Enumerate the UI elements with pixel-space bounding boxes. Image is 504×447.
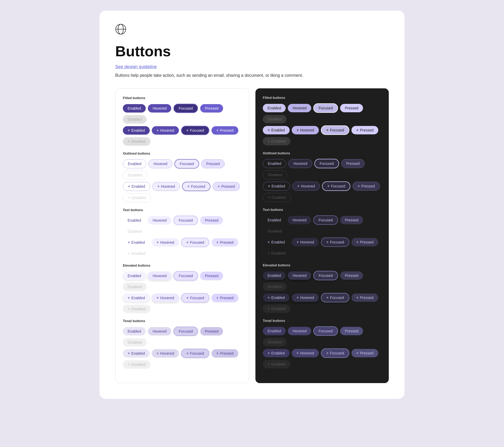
light-elevated-section: Elevated buttons Enabled Hovered Focused… <box>123 263 241 313</box>
dark-text-hovered[interactable]: Hovered <box>288 216 311 224</box>
dark-text-disabled: Disabled <box>263 227 286 235</box>
light-filled-row2: + Enabled + Hovered + Focused + Pressed … <box>123 126 241 146</box>
dark-elevated-pressed[interactable]: Pressed <box>340 271 363 280</box>
light-text-plus-enabled[interactable]: + Enabled <box>123 238 150 247</box>
light-elevated-plus-hovered[interactable]: + Hovered <box>152 294 179 302</box>
light-tonal-plus-hovered[interactable]: + Hovered <box>152 349 179 358</box>
dark-outlined-plus-hovered[interactable]: + Hovered <box>292 182 320 191</box>
dark-tonal-plus-pressed[interactable]: + Pressed <box>351 349 378 357</box>
dark-outlined-plus-focused[interactable]: + Focused <box>322 181 350 191</box>
dark-outlined-hovered[interactable]: Hovered <box>288 159 312 168</box>
dark-tonal-plus-hovered[interactable]: + Hovered <box>292 349 319 357</box>
dark-text-plus-enabled[interactable]: + Enabled <box>263 238 290 246</box>
light-elevated-pressed[interactable]: Pressed <box>200 272 223 280</box>
dark-elevated-enabled[interactable]: Enabled <box>263 271 286 280</box>
light-tonal-plus-pressed[interactable]: + Pressed <box>211 349 238 358</box>
light-outlined-hovered[interactable]: Hovered <box>148 159 172 168</box>
light-elevated-plus-pressed[interactable]: + Pressed <box>211 294 238 302</box>
light-filled-focused[interactable]: Focused <box>173 104 198 113</box>
dark-elevated-plus-disabled: + Disabled <box>263 304 290 313</box>
dark-filled-disabled: Disabled <box>263 115 286 123</box>
light-text-plus-focused[interactable]: + Focused <box>181 238 209 247</box>
light-filled-pressed[interactable]: Pressed <box>200 104 223 113</box>
dark-elevated-plus-pressed[interactable]: + Pressed <box>351 293 378 302</box>
dark-text-focused[interactable]: Focused <box>313 215 338 225</box>
dark-text-plus-pressed[interactable]: + Pressed <box>351 238 378 246</box>
light-elevated-hovered[interactable]: Hovered <box>148 272 171 280</box>
dark-filled-focused[interactable]: Focused <box>313 103 338 113</box>
dark-text-label: Text buttons <box>263 208 381 212</box>
dark-elevated-disabled: Disabled <box>263 282 286 291</box>
dark-filled-plus-enabled[interactable]: + Enabled <box>263 126 290 134</box>
light-outlined-plus-focused[interactable]: + Focused <box>182 182 210 191</box>
dark-elevated-plus-hovered[interactable]: + Hovered <box>292 293 319 302</box>
dark-outlined-enabled[interactable]: Enabled <box>263 159 286 168</box>
dark-tonal-plus-enabled[interactable]: + Enabled <box>263 349 290 357</box>
dark-text-plus-focused[interactable]: + Focused <box>321 237 349 247</box>
dark-text-enabled[interactable]: Enabled <box>263 216 286 224</box>
dark-filled-plus-focused[interactable]: + Focused <box>321 125 349 135</box>
dark-filled-plus-disabled: + Disabled <box>263 137 290 145</box>
light-outlined-plus-pressed[interactable]: + Pressed <box>213 182 240 191</box>
light-filled-plus-focused[interactable]: + Focused <box>181 126 209 135</box>
light-elevated-focused[interactable]: Focused <box>173 271 198 281</box>
light-outlined-plus-hovered[interactable]: + Hovered <box>152 182 180 191</box>
dark-tonal-row1: Enabled Hovered Focused Pressed Disabled <box>263 326 381 346</box>
light-outlined-plus-enabled[interactable]: + Enabled <box>123 182 150 191</box>
light-text-plus-hovered[interactable]: + Hovered <box>152 238 179 247</box>
light-elevated-plus-enabled[interactable]: + Enabled <box>123 294 150 302</box>
dark-elevated-hovered[interactable]: Hovered <box>288 271 311 280</box>
dark-filled-plus-pressed[interactable]: + Pressed <box>351 126 378 134</box>
light-outlined-pressed[interactable]: Pressed <box>201 159 225 168</box>
light-outlined-label: Outlined buttons <box>123 151 241 155</box>
light-tonal-enabled[interactable]: Enabled <box>123 327 146 336</box>
dark-filled-enabled[interactable]: Enabled <box>263 104 286 112</box>
dark-tonal-pressed[interactable]: Pressed <box>340 327 363 335</box>
light-tonal-plus-focused[interactable]: + Focused <box>181 349 209 358</box>
light-filled-row1: Enabled Hovered Focused Pressed Disabled <box>123 104 241 124</box>
light-filled-hovered[interactable]: Hovered <box>148 104 171 113</box>
dark-tonal-plus-focused[interactable]: + Focused <box>321 348 349 358</box>
light-filled-plus-hovered[interactable]: + Hovered <box>152 126 179 135</box>
dark-outlined-pressed[interactable]: Pressed <box>341 159 365 168</box>
dark-panel: Filled buttons Enabled Hovered Focused P… <box>255 88 389 383</box>
light-filled-plus-enabled[interactable]: + Enabled <box>123 126 150 135</box>
light-outlined-focused[interactable]: Focused <box>174 159 199 169</box>
dark-elevated-plus-focused[interactable]: + Focused <box>321 293 349 302</box>
light-tonal-focused[interactable]: Focused <box>173 327 198 336</box>
light-text-pressed[interactable]: Pressed <box>200 216 223 225</box>
dark-outlined-plus-pressed[interactable]: + Pressed <box>352 182 380 191</box>
light-filled-enabled[interactable]: Enabled <box>123 104 146 113</box>
design-guideline-link[interactable]: See design guideline <box>115 64 157 69</box>
light-tonal-hovered[interactable]: Hovered <box>148 327 171 336</box>
dark-text-pressed[interactable]: Pressed <box>340 216 363 224</box>
light-text-focused[interactable]: Focused <box>173 216 198 225</box>
dark-elevated-plus-enabled[interactable]: + Enabled <box>263 293 290 302</box>
dark-tonal-hovered[interactable]: Hovered <box>288 327 311 335</box>
dark-tonal-focused[interactable]: Focused <box>313 326 338 336</box>
dark-filled-plus-hovered[interactable]: + Hovered <box>292 126 319 134</box>
dark-outlined-plus-enabled[interactable]: + Enabled <box>263 182 290 191</box>
dark-filled-pressed[interactable]: Pressed <box>340 104 363 112</box>
dark-filled-hovered[interactable]: Hovered <box>288 104 311 112</box>
light-tonal-plus-enabled[interactable]: + Enabled <box>123 349 150 358</box>
light-text-plus-pressed[interactable]: + Pressed <box>211 238 238 247</box>
light-outlined-enabled[interactable]: Enabled <box>123 159 146 168</box>
light-text-plus-disabled: + Disabled <box>123 249 150 258</box>
light-filled-plus-pressed[interactable]: + Pressed <box>211 126 238 135</box>
light-elevated-plus-focused[interactable]: + Focused <box>181 293 209 303</box>
dark-elevated-row1: Enabled Hovered Focused Pressed Disabled <box>263 271 381 291</box>
light-text-hovered[interactable]: Hovered <box>148 216 171 225</box>
dark-elevated-focused[interactable]: Focused <box>313 271 338 280</box>
dark-tonal-enabled[interactable]: Enabled <box>263 327 286 335</box>
dark-elevated-label: Elevated buttons <box>263 263 381 267</box>
light-outlined-disabled: Disabled <box>123 171 147 180</box>
dark-outlined-label: Outlined buttons <box>263 151 381 155</box>
light-tonal-pressed[interactable]: Pressed <box>200 327 223 336</box>
dark-outlined-plus-disabled: + Disabled <box>263 193 291 202</box>
light-elevated-enabled[interactable]: Enabled <box>123 272 146 280</box>
light-text-enabled[interactable]: Enabled <box>123 216 146 225</box>
light-filled-section: Filled buttons Enabled Hovered Focused P… <box>123 96 241 146</box>
dark-text-plus-hovered[interactable]: + Hovered <box>292 238 319 246</box>
dark-outlined-focused[interactable]: Focused <box>314 159 339 168</box>
